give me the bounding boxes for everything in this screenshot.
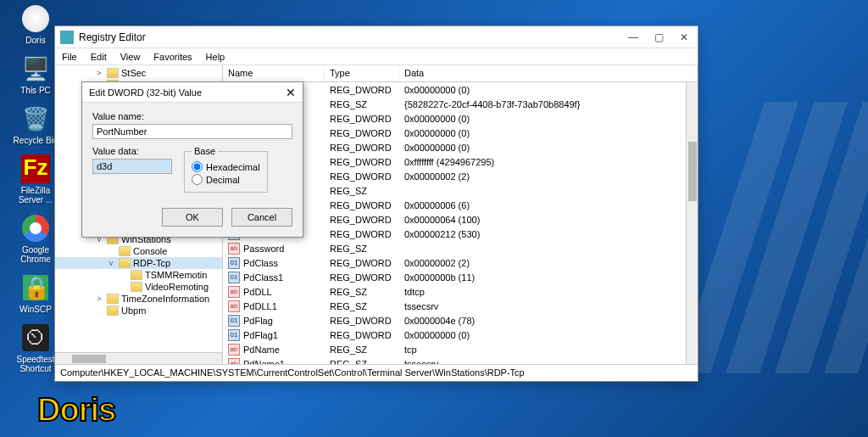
- dialog-title: Edit DWORD (32-bit) Value: [89, 87, 286, 98]
- folder-icon: [107, 294, 119, 304]
- value-name: Password: [243, 244, 284, 254]
- menu-favorites[interactable]: Favorites: [153, 52, 192, 62]
- tree-item-label[interactable]: Console: [133, 246, 167, 256]
- value-type: REG_SZ: [325, 186, 399, 196]
- desktop-icon-label: Google Chrome: [10, 245, 61, 264]
- close-button[interactable]: ✕: [679, 32, 689, 42]
- reg-dword-icon: 01: [228, 329, 240, 341]
- desktop-icon-winscp[interactable]: 🔒WinSCP: [10, 272, 61, 314]
- regedit-icon: [60, 31, 74, 44]
- desktop-icon-speedtest[interactable]: ⏲Speedtest Shortcut: [10, 322, 61, 373]
- col-name[interactable]: Name: [223, 65, 325, 81]
- titlebar[interactable]: Registry Editor — ▢ ✕: [55, 26, 698, 48]
- list-row[interactable]: 01PdFlag1REG_DWORD0x00000000 (0): [223, 328, 698, 342]
- tree-expand-icon[interactable]: v: [106, 259, 116, 267]
- value-data: 0x00000000 (0): [399, 143, 686, 153]
- tree-item[interactable]: vRDP-Tcp: [55, 257, 222, 269]
- list-row[interactable]: abPdNameREG_SZtcp: [223, 342, 698, 356]
- reg-dword-icon: 01: [228, 315, 240, 327]
- reg-sz-icon: ab: [228, 344, 240, 356]
- tree-item[interactable]: Ubpm: [55, 305, 222, 317]
- list-header[interactable]: Name Type Data: [223, 65, 698, 82]
- desktop-icon-recycle-bin[interactable]: 🗑️Recycle Bin: [10, 104, 61, 145]
- value-name: PdDLL1: [243, 301, 277, 311]
- cancel-button[interactable]: Cancel: [231, 208, 292, 227]
- folder-icon: [131, 270, 142, 280]
- reg-sz-icon: ab: [228, 358, 240, 365]
- list-row[interactable]: abPdDLL1REG_SZtssecsrv: [223, 299, 698, 313]
- tree-expand-icon[interactable]: >: [94, 69, 104, 77]
- list-row[interactable]: abPdName1REG_SZtssecsrv: [223, 356, 698, 364]
- tree-item-label[interactable]: StSec: [121, 68, 146, 78]
- list-row[interactable]: abPasswordREG_SZ: [223, 241, 698, 255]
- value-type: REG_DWORD: [325, 128, 399, 138]
- tree-item[interactable]: >TimeZoneInformation: [55, 293, 222, 305]
- menu-file[interactable]: File: [62, 52, 77, 62]
- menu-help[interactable]: Help: [206, 52, 225, 62]
- tree-item-label[interactable]: TSMMRemotin: [145, 270, 207, 280]
- valuedata-label: Value data:: [92, 146, 172, 156]
- base-fieldset: Base Hexadecimal Decimal: [184, 146, 268, 193]
- tree-item-label[interactable]: RDP-Tcp: [133, 258, 170, 268]
- value-type: REG_DWORD: [325, 200, 399, 210]
- value-data: 0x00000212 (530): [399, 229, 686, 239]
- statusbar: Computer\HKEY_LOCAL_MACHINE\SYSTEM\Curre…: [55, 364, 698, 381]
- list-row[interactable]: 01PdClass1REG_DWORD0x0000000b (11): [223, 270, 698, 284]
- tree-item[interactable]: >StSec: [55, 67, 222, 79]
- col-data[interactable]: Data: [399, 65, 698, 81]
- desktop-icon-label: This PC: [20, 86, 51, 95]
- desktop-icon-this-pc[interactable]: 🖥️This PC: [10, 53, 61, 95]
- list-row[interactable]: 01PdFlagREG_DWORD0x0000004e (78): [223, 313, 698, 328]
- value-name: PdClass1: [243, 272, 283, 283]
- dialog-titlebar[interactable]: Edit DWORD (32-bit) Value ✕: [82, 82, 303, 103]
- folder-icon: [131, 282, 142, 292]
- value-type: REG_DWORD: [325, 215, 399, 225]
- value-data: 0x00000000 (0): [399, 114, 686, 124]
- value-data: tssecsrv: [399, 359, 686, 365]
- list-row[interactable]: 01PdClassREG_DWORD0x00000002 (2): [223, 255, 698, 270]
- menubar: File Edit View Favorites Help: [55, 48, 698, 65]
- minimize-button[interactable]: —: [628, 32, 638, 42]
- ok-button[interactable]: OK: [162, 208, 223, 227]
- value-type: REG_SZ: [325, 287, 399, 297]
- value-data: 0xffffffff (4294967295): [399, 157, 686, 167]
- radio-dec-label[interactable]: Decimal: [192, 174, 260, 185]
- tree-item[interactable]: Console: [55, 245, 222, 257]
- value-data: 0x00000006 (6): [399, 200, 686, 210]
- dialog-close-button[interactable]: ✕: [286, 86, 296, 99]
- valuename-input[interactable]: [92, 124, 292, 139]
- reg-sz-icon: ab: [228, 243, 240, 255]
- col-type[interactable]: Type: [325, 65, 399, 81]
- value-type: REG_SZ: [325, 345, 399, 355]
- maximize-button[interactable]: ▢: [654, 32, 664, 42]
- desktop-icon-chrome[interactable]: Google Chrome: [10, 213, 61, 264]
- tree-item[interactable]: TSMMRemotin: [55, 269, 222, 281]
- tree-item[interactable]: VideoRemoting: [55, 281, 222, 293]
- menu-view[interactable]: View: [120, 52, 141, 62]
- value-data: tdtcp: [399, 287, 686, 297]
- reg-sz-icon: ab: [228, 286, 240, 298]
- base-legend: Base: [192, 146, 218, 156]
- watermark-text: Doris: [37, 392, 115, 429]
- value-type: REG_SZ: [325, 359, 399, 365]
- value-data: tcp: [399, 345, 686, 355]
- tree-item-label[interactable]: VideoRemoting: [145, 282, 209, 292]
- value-data: {5828227c-20cf-4408-b73f-73ab70b8849f}: [399, 99, 686, 109]
- radio-hex[interactable]: [192, 161, 203, 172]
- tree-item-label[interactable]: Ubpm: [121, 305, 146, 316]
- valuedata-input[interactable]: [92, 159, 172, 174]
- radio-dec[interactable]: [192, 174, 203, 185]
- list-row[interactable]: abPdDLLREG_SZtdtcp: [223, 284, 698, 299]
- tree-item-label[interactable]: TimeZoneInformation: [121, 294, 209, 304]
- desktop-icon-doris[interactable]: Doris: [10, 3, 61, 45]
- value-name: PdDLL: [243, 287, 272, 297]
- list-vscrollbar[interactable]: [686, 82, 698, 364]
- value-type: REG_SZ: [325, 301, 399, 311]
- radio-hex-label[interactable]: Hexadecimal: [192, 161, 260, 172]
- menu-edit[interactable]: Edit: [91, 52, 107, 62]
- desktop-icon-filezilla[interactable]: FzFileZilla Server ...: [10, 154, 61, 204]
- tree-expand-icon[interactable]: >: [94, 294, 104, 303]
- value-data: 0x00000000 (0): [399, 85, 686, 95]
- tree-hscrollbar[interactable]: [55, 352, 222, 364]
- folder-icon: [119, 258, 131, 268]
